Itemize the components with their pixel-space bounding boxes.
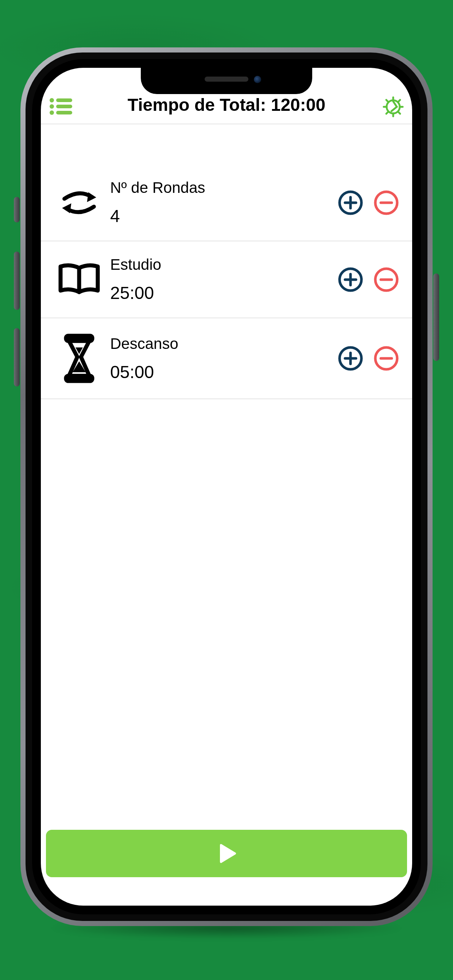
screen: Tiempo de Total: 120:00: [41, 68, 412, 905]
row-break: Descanso 05:00: [41, 318, 412, 399]
svg-line-12: [398, 111, 400, 114]
phone-frame: Tiempo de Total: 120:00: [21, 48, 432, 926]
start-button[interactable]: [46, 830, 407, 877]
plus-icon: [338, 267, 363, 293]
study-label: Estudio: [110, 256, 338, 274]
svg-line-14: [386, 111, 388, 114]
list-icon: [49, 97, 72, 116]
row-break-text: Descanso 05:00: [110, 335, 338, 382]
break-plus-button[interactable]: [338, 345, 363, 371]
book-icon: [48, 261, 110, 298]
svg-point-4: [49, 110, 54, 115]
rounds-plus-button[interactable]: [338, 190, 363, 215]
phone-power-button: [433, 274, 439, 361]
rounds-minus-button[interactable]: [373, 190, 399, 215]
repeat-icon: [48, 186, 110, 219]
settings-list: Nº de Rondas 4: [41, 124, 412, 399]
menu-button[interactable]: [49, 97, 72, 116]
plus-icon: [338, 190, 363, 215]
header-title: Tiempo de Total: 120:00: [128, 95, 325, 115]
hourglass-icon: [48, 333, 110, 384]
row-study-text: Estudio 25:00: [110, 256, 338, 303]
plus-icon: [338, 345, 363, 371]
svg-point-0: [49, 98, 54, 102]
phone-mute-switch: [14, 197, 20, 223]
minus-icon: [373, 345, 399, 371]
study-plus-button[interactable]: [338, 267, 363, 293]
phone-camera: [254, 76, 261, 83]
svg-line-13: [398, 100, 400, 102]
home-indicator: [175, 893, 278, 897]
row-rounds-text: Nº de Rondas 4: [110, 179, 338, 226]
svg-rect-3: [56, 105, 72, 108]
row-study: Estudio 25:00: [41, 241, 412, 318]
rounds-value: 4: [110, 206, 338, 226]
break-minus-button[interactable]: [373, 345, 399, 371]
break-label: Descanso: [110, 335, 338, 353]
settings-button[interactable]: [382, 96, 404, 118]
minus-icon: [373, 190, 399, 215]
svg-line-11: [386, 100, 388, 102]
gear-icon: [382, 96, 404, 118]
break-value: 05:00: [110, 362, 338, 382]
phone-volume-up: [14, 251, 20, 310]
svg-rect-5: [56, 111, 72, 115]
play-icon: [214, 841, 239, 866]
svg-point-2: [49, 104, 54, 109]
phone-volume-down: [14, 328, 20, 387]
study-minus-button[interactable]: [373, 267, 399, 293]
study-value: 25:00: [110, 283, 338, 303]
phone-notch: [141, 68, 312, 94]
phone-speaker: [205, 76, 248, 82]
rounds-label: Nº de Rondas: [110, 179, 338, 197]
svg-rect-1: [56, 99, 72, 102]
minus-icon: [373, 267, 399, 293]
row-rounds: Nº de Rondas 4: [41, 164, 412, 241]
